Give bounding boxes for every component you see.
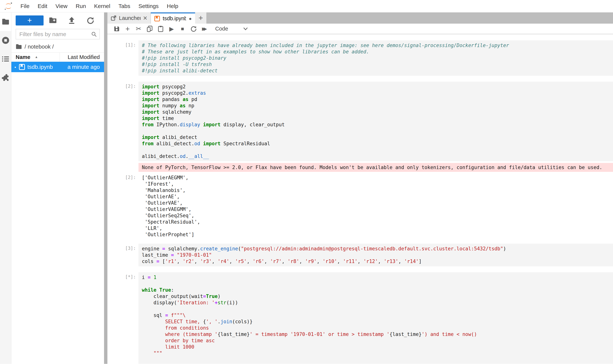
tab-tsdb-label: tsdb.ipynb [163, 15, 186, 22]
code-line: #!pip install alibi-detect [142, 67, 613, 74]
code-line: import numpy as np [142, 103, 613, 109]
code-line [142, 128, 613, 134]
new-launcher-button[interactable]: + [16, 15, 43, 26]
code-line [142, 281, 613, 287]
save-button[interactable] [111, 24, 122, 33]
cut-cells-button[interactable]: ✂ [133, 24, 144, 33]
code-line: import pandas as pd [142, 96, 613, 103]
restart-icon [191, 26, 197, 32]
sidebar-tab-running-sessions[interactable] [0, 31, 11, 50]
jupyter-logo-icon [4, 2, 13, 10]
menu-settings[interactable]: Settings [134, 0, 163, 12]
file-listing-header: Name ▲ Last Modified [11, 52, 104, 62]
code-line: display('Iteration: '+str(i)) [142, 299, 613, 306]
menu-items: FileEditViewRunKernelTabsSettingsHelp [16, 0, 182, 12]
code-line: engine = sqlalchemy.create_engine("postg… [142, 246, 613, 252]
cell-input-prompt: [1]: [108, 40, 138, 76]
menu-tabs[interactable]: Tabs [114, 0, 134, 12]
new-launcher-label: + [27, 16, 32, 24]
launcher-icon [111, 15, 116, 21]
cell-code-editor[interactable]: # The following libraries have already b… [138, 40, 613, 76]
code-line: cols = ['r1', 'r2', 'r3', 'r4', 'r5', 'r… [142, 258, 613, 264]
output-prompt-spacer [108, 163, 138, 172]
restart-kernel-button[interactable] [188, 24, 199, 33]
extensions-icon [2, 74, 10, 81]
cell-type-dropdown-chevron[interactable] [243, 27, 248, 31]
code-line: import alibi_detect [142, 134, 613, 141]
menu-view[interactable]: View [51, 0, 71, 12]
menu-file[interactable]: File [16, 0, 33, 12]
cell-code-editor[interactable]: i = 1 while True: clear_output(wait=True… [138, 272, 613, 364]
cell-input-prompt: [2]: [108, 82, 138, 161]
menu-run[interactable]: Run [72, 0, 90, 12]
notebook-toolbar: + ✂ ▶ ■ [108, 24, 613, 34]
main-tab-bar: Launcher × tsdb.ipynb ● + [108, 13, 613, 24]
notebook-cell-1: [1]:# The following libraries have alrea… [108, 40, 613, 76]
breadcrumb[interactable]: / notebook / [11, 40, 104, 52]
code-line: order by time asc [142, 338, 613, 344]
breadcrumb-path: / notebook / [25, 43, 54, 50]
code-line [142, 356, 613, 363]
code-line: SELECT time, {', '.join(cols)} [142, 318, 613, 325]
sidebar-tab-table-of-contents[interactable] [0, 50, 11, 68]
code-line: where (timestamp '{last_time}' = timesta… [142, 331, 613, 338]
sidebar-tab-extensions[interactable] [0, 68, 11, 87]
insert-cell-button[interactable]: + [122, 24, 133, 33]
notebook-file-icon [19, 64, 25, 70]
menu-edit[interactable]: Edit [33, 0, 51, 12]
code-line [142, 306, 613, 312]
top-menu-bar: FileEditViewRunKernelTabsSettingsHelp [0, 0, 613, 13]
code-line: sql = f"""\ [142, 312, 613, 318]
column-header-last-modified[interactable]: Last Modified [60, 53, 104, 62]
code-line: import sqlalchemy [142, 109, 613, 115]
main-dock-panel: Launcher × tsdb.ipynb ● + [108, 13, 613, 364]
restart-run-all-button[interactable]: ▶▶ [199, 24, 210, 33]
cell-code-editor[interactable]: import psycopg2import psycopg2.extrasimp… [138, 82, 613, 161]
paste-icon [158, 26, 163, 32]
cell-output-text: ['OutlierAEGMM', 'IForest', 'Mahalanobis… [138, 173, 200, 238]
stop-icon: ■ [181, 26, 184, 31]
file-filter-input[interactable] [19, 31, 91, 37]
copy-cells-button[interactable] [144, 24, 155, 33]
code-line: import psycopg2.extras [142, 90, 613, 96]
sort-ascending-icon: ▲ [35, 55, 38, 59]
column-header-name[interactable]: Name ▲ [11, 54, 60, 60]
sidebar-tab-file-browser[interactable] [0, 13, 11, 31]
tab-launcher[interactable]: Launcher × [108, 13, 151, 24]
notebook-cell-3: [3]:engine = sqlalchemy.create_engine("p… [108, 244, 613, 266]
cell-output-prompt: [2]: [108, 173, 138, 238]
code-line [142, 363, 613, 364]
cell-code-editor[interactable]: engine = sqlalchemy.create_engine("postg… [138, 244, 613, 266]
tab-close-icon[interactable]: × [143, 14, 147, 22]
paste-cells-button[interactable] [155, 24, 166, 33]
file-browser-toolbar: + [11, 13, 104, 27]
search-icon [91, 31, 97, 37]
tab-tsdb-ipynb[interactable]: tsdb.ipynb ● [151, 13, 195, 24]
stderr-output: None of PyTorch, TensorFlow >= 2.0, or F… [138, 163, 613, 172]
code-line [142, 147, 613, 153]
code-line: alibi_detect.od.__all__ [142, 153, 613, 159]
plus-icon: + [125, 25, 130, 33]
file-modified: a minute ago [53, 64, 104, 70]
menu-kernel[interactable]: Kernel [90, 0, 114, 12]
new-folder-button[interactable] [43, 15, 62, 26]
code-line: # The following libraries have already b… [142, 42, 613, 49]
add-tab-button[interactable]: + [195, 13, 207, 24]
interrupt-kernel-button[interactable]: ■ [177, 24, 188, 33]
panel-splitter[interactable] [104, 13, 108, 364]
cell-input-prompt: [3]: [108, 244, 138, 266]
code-line: import time [142, 115, 613, 121]
file-row-tsdb-ipynb[interactable]: ● tsdb.ipynb a minute ago [11, 62, 104, 72]
run-cell-button[interactable]: ▶ [166, 24, 177, 33]
notebook-icon [154, 16, 160, 22]
notebook-cell-2: [2]:import psycopg2import psycopg2.extra… [108, 82, 613, 238]
cell-type-dropdown[interactable]: Code [215, 26, 228, 32]
code-line: # These are just left in as examples to … [142, 49, 613, 55]
upload-button[interactable] [62, 15, 81, 26]
breadcrumb-folder-icon [16, 44, 22, 49]
notebook-cells: [1]:# The following libraries have alrea… [108, 34, 613, 364]
code-line: from alibi_detect.od import SpectralResi… [142, 141, 613, 147]
refresh-button[interactable] [81, 15, 100, 26]
new-folder-icon [49, 17, 57, 24]
menu-help[interactable]: Help [163, 0, 182, 12]
